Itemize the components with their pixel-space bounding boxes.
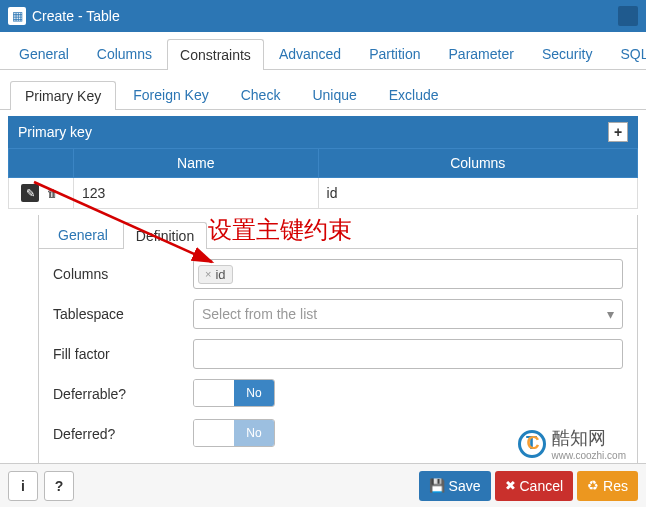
subtab-check[interactable]: Check bbox=[226, 80, 296, 109]
toggle-no: No bbox=[234, 380, 274, 406]
cancel-label: Cancel bbox=[520, 478, 564, 494]
detail-tab-definition[interactable]: Definition bbox=[123, 222, 207, 249]
detail-tabs: General Definition bbox=[39, 215, 637, 249]
col-name: Name bbox=[74, 149, 319, 178]
label-tablespace: Tablespace bbox=[53, 306, 193, 322]
tab-advanced[interactable]: Advanced bbox=[266, 38, 354, 69]
cell-columns[interactable]: id bbox=[318, 178, 637, 209]
col-columns: Columns bbox=[318, 149, 637, 178]
trash-icon[interactable]: 🗑 bbox=[43, 184, 61, 202]
table-icon: ▦ bbox=[8, 7, 26, 25]
grid-title: Primary key bbox=[18, 124, 608, 140]
constraint-grid-panel: Primary key + Name Columns ✎ 🗑 123 id bbox=[0, 110, 646, 209]
subtab-primary-key[interactable]: Primary Key bbox=[10, 81, 116, 110]
label-fillfactor: Fill factor bbox=[53, 346, 193, 362]
toggle-no: No bbox=[234, 420, 274, 446]
detail-tab-general[interactable]: General bbox=[45, 221, 121, 248]
tablespace-select[interactable]: Select from the list bbox=[193, 299, 623, 329]
constraint-grid: Name Columns ✎ 🗑 123 id bbox=[8, 148, 638, 209]
window-title: Create - Table bbox=[32, 8, 614, 24]
save-button[interactable]: 💾 Save bbox=[419, 471, 491, 501]
tag-text: id bbox=[215, 267, 225, 282]
save-label: Save bbox=[449, 478, 481, 494]
subtab-foreign-key[interactable]: Foreign Key bbox=[118, 80, 223, 109]
toggle-blank bbox=[194, 420, 234, 446]
grid-header: Primary key + bbox=[8, 116, 638, 148]
info-icon: i bbox=[21, 478, 25, 494]
cancel-button[interactable]: ✖ Cancel bbox=[495, 471, 574, 501]
add-row-button[interactable]: + bbox=[608, 122, 628, 142]
help-button[interactable]: ? bbox=[44, 471, 74, 501]
tab-parameter[interactable]: Parameter bbox=[436, 38, 527, 69]
constraint-type-tabs: Primary Key Foreign Key Check Unique Exc… bbox=[0, 70, 646, 110]
reset-label: Res bbox=[603, 478, 628, 494]
tab-sql[interactable]: SQL bbox=[607, 38, 646, 69]
watermark-logo-icon: TC bbox=[518, 430, 546, 458]
dialog-footer: i ? 💾 Save ✖ Cancel ♻ Res bbox=[0, 463, 646, 507]
tab-general[interactable]: General bbox=[6, 38, 82, 69]
label-deferred: Deferred? bbox=[53, 426, 193, 442]
subtab-exclude[interactable]: Exclude bbox=[374, 80, 454, 109]
close-icon: ✖ bbox=[505, 478, 516, 493]
tab-security[interactable]: Security bbox=[529, 38, 606, 69]
col-actions bbox=[9, 149, 74, 178]
table-row[interactable]: ✎ 🗑 123 id bbox=[9, 178, 638, 209]
tablespace-placeholder: Select from the list bbox=[202, 306, 317, 322]
column-tag[interactable]: × id bbox=[198, 265, 233, 284]
cell-name[interactable]: 123 bbox=[74, 178, 319, 209]
fillfactor-input[interactable] bbox=[193, 339, 623, 369]
deferred-toggle[interactable]: No bbox=[193, 419, 275, 447]
edit-icon[interactable]: ✎ bbox=[21, 184, 39, 202]
info-button[interactable]: i bbox=[8, 471, 38, 501]
tab-constraints[interactable]: Constraints bbox=[167, 39, 264, 70]
tab-partition[interactable]: Partition bbox=[356, 38, 433, 69]
save-icon: 💾 bbox=[429, 478, 445, 493]
watermark-cn: 酷知网 bbox=[552, 426, 626, 450]
label-deferrable: Deferrable? bbox=[53, 386, 193, 402]
subtab-unique[interactable]: Unique bbox=[297, 80, 371, 109]
toggle-blank bbox=[194, 380, 234, 406]
reset-icon: ♻ bbox=[587, 478, 599, 493]
window-button[interactable] bbox=[618, 6, 638, 26]
tab-columns[interactable]: Columns bbox=[84, 38, 165, 69]
window-title-bar: ▦ Create - Table bbox=[0, 0, 646, 32]
help-icon: ? bbox=[55, 478, 64, 494]
reset-button[interactable]: ♻ Res bbox=[577, 471, 638, 501]
watermark-en: www.coozhi.com bbox=[552, 450, 626, 461]
watermark: TC 酷知网 www.coozhi.com bbox=[518, 426, 626, 461]
label-columns: Columns bbox=[53, 266, 193, 282]
main-tab-bar: General Columns Constraints Advanced Par… bbox=[0, 32, 646, 70]
columns-input[interactable]: × id bbox=[193, 259, 623, 289]
deferrable-toggle[interactable]: No bbox=[193, 379, 275, 407]
remove-tag-icon[interactable]: × bbox=[205, 268, 211, 280]
